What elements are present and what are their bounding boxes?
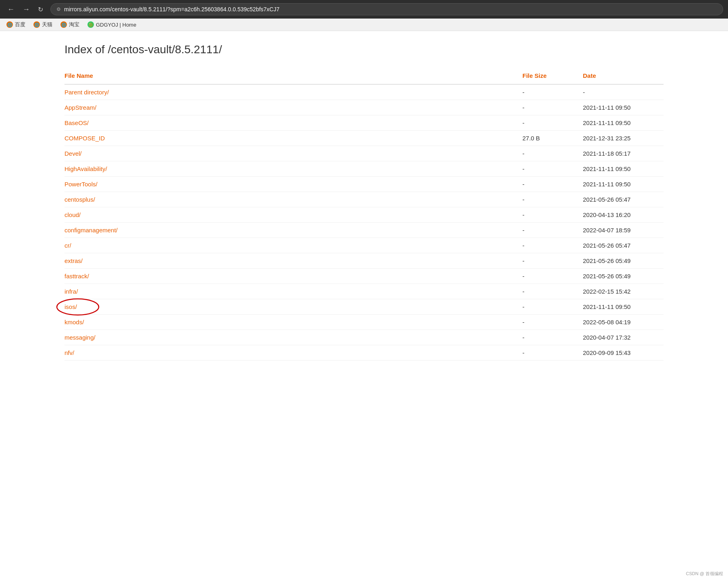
gdgyoj-label: GDGYOJ | Home [96, 22, 136, 28]
file-link[interactable]: configmanagement/ [64, 227, 118, 234]
file-name-cell: PowerTools/ [64, 177, 522, 192]
table-row: Parent directory/-- [64, 84, 664, 100]
watermark: CSDN @ 首领编程 [686, 571, 723, 575]
table-row: fasttrack/-2021-05-26 05:49 [64, 269, 664, 284]
file-date-cell: 2022-02-15 15:42 [583, 284, 664, 299]
file-date-cell: - [583, 84, 664, 100]
header-name: File Name [64, 68, 522, 84]
file-size-cell: 27.0 B [522, 131, 583, 146]
tianmao-icon: 🌐 [33, 21, 40, 28]
file-date-cell: 2021-11-18 05:17 [583, 146, 664, 161]
file-name-cell: infra/ [64, 284, 522, 299]
file-date-cell: 2021-11-11 09:50 [583, 100, 664, 115]
file-size-cell: - [522, 100, 583, 115]
file-link[interactable]: kmods/ [64, 319, 84, 325]
table-row: COMPOSE_ID27.0 B2021-12-31 23:25 [64, 131, 664, 146]
table-row: HighAvailability/-2021-11-11 09:50 [64, 161, 664, 177]
table-row: extras/-2021-05-26 05:49 [64, 253, 664, 269]
file-link[interactable]: extras/ [64, 257, 83, 264]
file-link[interactable]: Devel/ [64, 150, 82, 157]
baidu-label: 百度 [15, 21, 25, 28]
file-link[interactable]: HighAvailability/ [64, 165, 107, 172]
bookmark-baidu[interactable]: 🌐 百度 [6, 21, 25, 28]
back-button[interactable]: ← [5, 4, 17, 15]
file-link[interactable]: isos/ [64, 303, 77, 310]
file-size-cell: - [522, 146, 583, 161]
nav-buttons: ← → ↻ [5, 4, 46, 15]
bookmark-taobao[interactable]: 🌐 淘宝 [60, 21, 79, 28]
file-size-cell: - [522, 84, 583, 100]
table-header-row: File Name File Size Date [64, 68, 664, 84]
file-link[interactable]: nfv/ [64, 349, 74, 356]
address-bar-icon: ⚙ [56, 6, 61, 12]
file-name-cell: centosplus/ [64, 192, 522, 207]
browser-chrome: ← → ↻ ⚙ mirrors.aliyun.com/centos-vault/… [0, 0, 728, 19]
file-name-cell: BaseOS/ [64, 115, 522, 131]
file-size-cell: - [522, 238, 583, 253]
file-name-cell: kmods/ [64, 315, 522, 330]
file-size-cell: - [522, 345, 583, 361]
file-size-cell: - [522, 192, 583, 207]
address-text: mirrors.aliyun.com/centos-vault/8.5.2111… [64, 6, 279, 13]
refresh-button[interactable]: ↻ [35, 4, 46, 15]
file-name-cell: isos/ [64, 299, 522, 315]
file-table: File Name File Size Date Parent director… [64, 68, 664, 361]
file-link[interactable]: COMPOSE_ID [64, 135, 105, 142]
file-link[interactable]: fasttrack/ [64, 273, 89, 280]
file-date-cell: 2021-12-31 23:25 [583, 131, 664, 146]
taobao-label: 淘宝 [69, 21, 79, 28]
forward-button[interactable]: → [20, 4, 32, 15]
file-date-cell: 2020-04-13 16:20 [583, 207, 664, 223]
bookmark-gdgyoj[interactable]: 🟢 GDGYOJ | Home [87, 21, 136, 28]
file-name-cell: cr/ [64, 238, 522, 253]
table-row: isos/-2021-11-11 09:50 [64, 299, 664, 315]
header-size: File Size [522, 68, 583, 84]
file-link[interactable]: AppStream/ [64, 104, 96, 111]
header-date: Date [583, 68, 664, 84]
isos-circle-svg [56, 298, 100, 316]
table-row: configmanagement/-2022-04-07 18:59 [64, 223, 664, 238]
file-link[interactable]: cr/ [64, 242, 71, 249]
file-name-cell: Devel/ [64, 146, 522, 161]
file-link[interactable]: messaging/ [64, 334, 96, 341]
file-size-cell: - [522, 253, 583, 269]
table-row: nfv/-2020-09-09 15:43 [64, 345, 664, 361]
file-date-cell: 2021-05-26 05:47 [583, 238, 664, 253]
baidu-icon: 🌐 [6, 21, 13, 28]
table-row: infra/-2022-02-15 15:42 [64, 284, 664, 299]
file-date-cell: 2021-05-26 05:49 [583, 253, 664, 269]
table-row: cr/-2021-05-26 05:47 [64, 238, 664, 253]
file-name-cell: nfv/ [64, 345, 522, 361]
address-bar[interactable]: ⚙ mirrors.aliyun.com/centos-vault/8.5.21… [50, 3, 723, 15]
file-size-cell: - [522, 299, 583, 315]
table-row: PowerTools/-2021-11-11 09:50 [64, 177, 664, 192]
tianmao-label: 天猫 [42, 21, 52, 28]
file-name-cell: messaging/ [64, 330, 522, 345]
file-link[interactable]: centosplus/ [64, 196, 95, 203]
table-row: centosplus/-2021-05-26 05:47 [64, 192, 664, 207]
svg-point-0 [57, 299, 99, 315]
file-size-cell: - [522, 284, 583, 299]
file-date-cell: 2021-11-11 09:50 [583, 161, 664, 177]
file-name-cell: fasttrack/ [64, 269, 522, 284]
file-size-cell: - [522, 223, 583, 238]
page-title: Index of /centos-vault/8.5.2111/ [64, 43, 664, 56]
file-link[interactable]: PowerTools/ [64, 181, 98, 188]
file-name-cell: HighAvailability/ [64, 161, 522, 177]
file-link[interactable]: BaseOS/ [64, 119, 89, 126]
file-date-cell: 2021-11-11 09:50 [583, 115, 664, 131]
file-size-cell: - [522, 330, 583, 345]
file-name-cell: cloud/ [64, 207, 522, 223]
table-row: AppStream/-2021-11-11 09:50 [64, 100, 664, 115]
table-row: kmods/-2022-05-08 04:19 [64, 315, 664, 330]
file-name-cell: extras/ [64, 253, 522, 269]
file-size-cell: - [522, 161, 583, 177]
file-link[interactable]: infra/ [64, 288, 78, 295]
file-link[interactable]: Parent directory/ [64, 89, 109, 96]
file-link[interactable]: cloud/ [64, 211, 81, 218]
file-date-cell: 2021-11-11 09:50 [583, 299, 664, 315]
bookmark-tianmao[interactable]: 🌐 天猫 [33, 21, 52, 28]
gdgyoj-icon: 🟢 [87, 21, 94, 28]
file-size-cell: - [522, 177, 583, 192]
file-size-cell: - [522, 269, 583, 284]
